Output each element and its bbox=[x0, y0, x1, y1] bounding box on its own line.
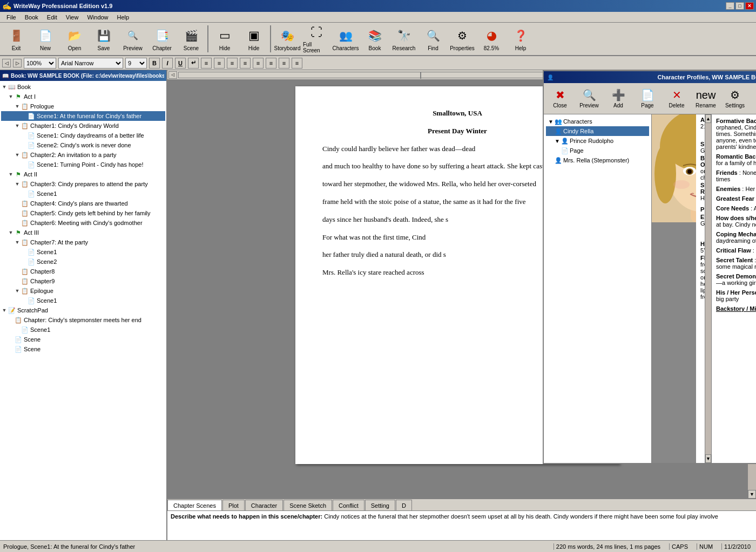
tree-item-prologue[interactable]: ▼ 📋 Prologue bbox=[1, 101, 165, 111]
tree-item-scene1-ch3[interactable]: 📄 Scene1 bbox=[1, 189, 165, 199]
menu-file[interactable]: File bbox=[2, 13, 21, 22]
expand-ch2[interactable]: ▼ bbox=[14, 152, 21, 158]
new-button[interactable]: 📄 New bbox=[31, 24, 59, 54]
tree-item-chapter7[interactable]: ▼ 📋 Chapter7: At the party bbox=[1, 237, 165, 247]
tree-item-chapter1[interactable]: ▼ 📋 Chapter1: Cindy's Ordinary World bbox=[1, 121, 165, 131]
char-delete-button[interactable]: ✕ Delete bbox=[663, 85, 691, 113]
tab-conflict[interactable]: Conflict bbox=[333, 500, 364, 510]
char-add-button[interactable]: ➕ Add bbox=[604, 85, 632, 113]
tree-item-scratchpad[interactable]: ▼ 📝 ScratchPad bbox=[1, 305, 165, 315]
tree-item-book[interactable]: ▼ 📖 Book bbox=[1, 82, 165, 92]
tab-d[interactable]: D bbox=[396, 500, 412, 510]
menu-help[interactable]: Help bbox=[113, 13, 134, 22]
tab-chapter-scenes[interactable]: Chapter Scenes bbox=[167, 500, 222, 510]
font-size-select[interactable]: 9 bbox=[125, 58, 147, 69]
bullets2-button[interactable]: ≡ bbox=[266, 58, 276, 69]
underline-button[interactable]: U bbox=[175, 58, 186, 69]
chapter-button[interactable]: 📑 Chapter bbox=[148, 24, 176, 54]
hide2-button[interactable]: ▣ Hide bbox=[240, 24, 268, 54]
storyboard-button[interactable]: 🎭 Storyboard bbox=[273, 24, 301, 54]
exit-button[interactable]: 🚪 Exit bbox=[2, 24, 30, 54]
char-tree-page[interactable]: 📄 Page bbox=[546, 146, 649, 155]
tree-item-chapter8[interactable]: 📋 Chapter8 bbox=[1, 267, 165, 276]
expand-act3[interactable]: ▼ bbox=[8, 229, 14, 236]
expand-epilogue[interactable]: ▼ bbox=[14, 288, 21, 294]
tree-item-act1[interactable]: ▼ ⚑ Act I bbox=[1, 92, 165, 101]
tree-item-chapter9[interactable]: 📋 Chapter9 bbox=[1, 276, 165, 286]
zoom-select[interactable]: 100% bbox=[24, 58, 56, 69]
properties-button[interactable]: ⚙ Properties bbox=[448, 24, 476, 54]
tree-item-chapter2[interactable]: ▼ 📋 Chapter2: An invitation to a party bbox=[1, 150, 165, 160]
char-settings-button[interactable]: ⚙ Settings bbox=[721, 85, 749, 113]
preview-button[interactable]: 🔍 Preview bbox=[119, 24, 147, 54]
tree-item-scene-scratch1[interactable]: 📄 Scene bbox=[1, 335, 165, 344]
italic-button[interactable]: I bbox=[162, 58, 173, 69]
char-preview-button[interactable]: 🔍 Preview bbox=[575, 85, 603, 113]
char-tree-prince[interactable]: ▼ 👤 Prince Rudolpho bbox=[546, 136, 649, 146]
bullets3-button[interactable]: ≡ bbox=[279, 58, 289, 69]
expand-scratch[interactable]: ▼ bbox=[1, 307, 8, 314]
menu-book[interactable]: Book bbox=[21, 13, 43, 22]
char-info-scrollbar[interactable]: ▲ ▼ bbox=[705, 114, 711, 463]
expand-ch1[interactable]: ▼ bbox=[14, 122, 21, 129]
close-button[interactable]: ✕ bbox=[745, 2, 754, 10]
progress-button[interactable]: ◕ 82.5% bbox=[477, 24, 505, 54]
tree-item-chapter5[interactable]: 📋 Chapter5: Cindy gets left behind by he… bbox=[1, 208, 165, 218]
nav-left-button[interactable]: ◁ bbox=[2, 59, 11, 67]
tree-item-chapter-scratch[interactable]: 📋 Chapter: Cindy's stepmonster meets her… bbox=[1, 315, 165, 325]
expand-act2[interactable]: ▼ bbox=[8, 171, 14, 178]
indent-button[interactable]: ↵ bbox=[188, 58, 199, 69]
tree-item-epilogue[interactable]: ▼ 📋 Epilogue bbox=[1, 286, 165, 296]
book-button[interactable]: 📚 Book bbox=[361, 24, 389, 54]
char-page-button[interactable]: 📄 Page bbox=[633, 85, 662, 113]
bullets4-button[interactable]: ≡ bbox=[292, 58, 302, 69]
char-scroll-up[interactable]: ▲ bbox=[705, 114, 711, 123]
tab-scene-sketch[interactable]: Scene Sketch bbox=[284, 500, 332, 510]
tree-item-act2[interactable]: ▼ ⚑ Act II bbox=[1, 169, 165, 179]
justify-button[interactable]: ≡ bbox=[240, 58, 251, 69]
tab-plot[interactable]: Plot bbox=[222, 500, 245, 510]
char-rename-button[interactable]: new Rename bbox=[692, 85, 720, 113]
tree-item-chapter6[interactable]: 📋 Chapter6: Meeting with Cindy's godmoth… bbox=[1, 218, 165, 228]
menu-window[interactable]: Window bbox=[83, 13, 112, 22]
menu-edit[interactable]: Edit bbox=[43, 13, 62, 22]
tree-item-scene1-ch1[interactable]: 📄 Scene1: Cindy daydreams of a better li… bbox=[1, 131, 165, 140]
tree-item-scene2-ch7[interactable]: 📄 Scene2 bbox=[1, 257, 165, 267]
bold-button[interactable]: B bbox=[149, 58, 160, 69]
ruler-toggle[interactable]: ◁ bbox=[168, 71, 177, 79]
char-tree-mrs-rella[interactable]: 👤 Mrs. Rella (Stepmonster) bbox=[546, 155, 649, 165]
hide1-button[interactable]: ▭ Hide bbox=[211, 24, 239, 54]
scene-button[interactable]: 🎬 Scene bbox=[177, 24, 205, 54]
char-tree-group[interactable]: ▼ 👥 Characters bbox=[546, 117, 649, 126]
align-right-button[interactable]: ≡ bbox=[227, 58, 238, 69]
font-select[interactable]: Arial Narrow bbox=[58, 58, 123, 69]
tree-item-scene1-epilogue[interactable]: 📄 Scene1 bbox=[1, 296, 165, 305]
expand-ch7[interactable]: ▼ bbox=[14, 239, 21, 246]
tree-item-chapter4[interactable]: 📋 Chapter4: Cindy's plans are thwarted bbox=[1, 199, 165, 208]
char-tree-cindy[interactable]: 👤 Cindy Rella bbox=[546, 126, 649, 136]
tree-item-chapter3[interactable]: ▼ 📋 Chapter3: Cindy prepares to attend t… bbox=[1, 179, 165, 189]
scroll-down-btn[interactable]: ▼ bbox=[748, 490, 756, 499]
tab-setting[interactable]: Setting bbox=[365, 500, 395, 510]
fullscreen-button[interactable]: ⛶ Full Screen bbox=[302, 24, 330, 54]
char-close-button[interactable]: ✖ Close bbox=[546, 85, 574, 113]
char-load-button[interactable]: 📂 Load bbox=[750, 85, 756, 113]
nav-right-button[interactable]: ▷ bbox=[13, 59, 22, 67]
save-button[interactable]: 💾 Save bbox=[90, 24, 118, 54]
maximize-button[interactable]: □ bbox=[735, 2, 744, 10]
minimize-button[interactable]: _ bbox=[726, 2, 734, 10]
expand-prologue[interactable]: ▼ bbox=[14, 103, 21, 110]
tree-item-scene1-scratch[interactable]: 📄 Scene1 bbox=[1, 325, 165, 335]
bullets1-button[interactable]: ≡ bbox=[253, 58, 264, 69]
expand-book[interactable]: ▼ bbox=[1, 84, 8, 90]
tab-character[interactable]: Character bbox=[245, 500, 283, 510]
tree-item-scene1-ch2[interactable]: 📄 Scene1: Turning Point - Cindy has hope… bbox=[1, 160, 165, 169]
tree-item-scene2-ch1[interactable]: 📄 Scene2: Cindy's work is never done bbox=[1, 140, 165, 150]
characters-button[interactable]: 👥 Characters bbox=[332, 24, 360, 54]
expand-act1[interactable]: ▼ bbox=[8, 93, 14, 100]
help-button[interactable]: ❓ Help bbox=[507, 24, 535, 54]
char-scroll-down[interactable]: ▼ bbox=[705, 454, 711, 463]
tree-item-scene1-ch7[interactable]: 📄 Scene1 bbox=[1, 247, 165, 257]
tree-item-scene1-prologue[interactable]: 📄 Scene1: At the funeral for Cindy's fat… bbox=[1, 111, 165, 121]
find-button[interactable]: 🔍 Find bbox=[419, 24, 447, 54]
